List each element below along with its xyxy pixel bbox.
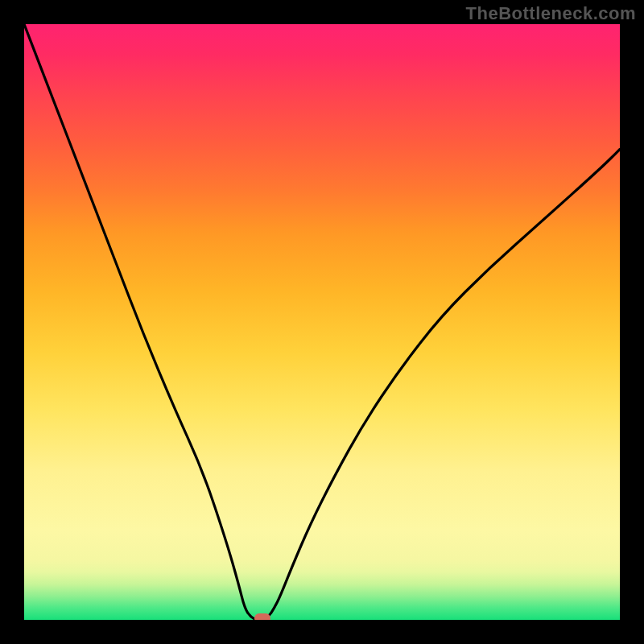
svg-rect-0 xyxy=(254,613,270,620)
minimum-marker xyxy=(254,613,271,620)
plot-area xyxy=(24,24,620,620)
watermark-label: TheBottleneck.com xyxy=(466,3,636,24)
bottleneck-curve xyxy=(24,24,620,620)
chart-frame: TheBottleneck.com xyxy=(0,0,644,644)
